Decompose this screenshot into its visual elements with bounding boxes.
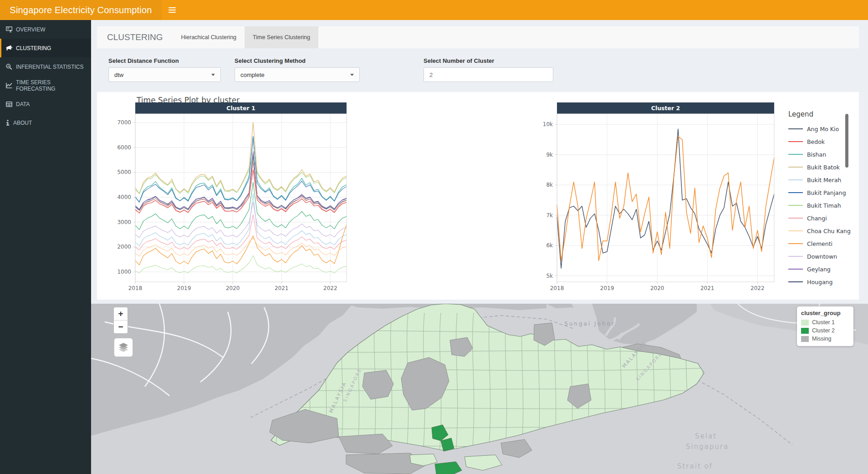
sidebar-item-label: ABOUT xyxy=(13,120,32,126)
map-legend-row: Missing xyxy=(801,335,849,343)
line-chart-icon xyxy=(6,82,12,88)
svg-text:2019: 2019 xyxy=(177,285,191,291)
map-legend-row: Cluster 1 xyxy=(801,318,849,326)
distance-function-select[interactable]: dtw xyxy=(108,67,221,82)
sidebar: OVERVIEW CLUSTERING INFERENTIAL STATISTI… xyxy=(0,20,91,474)
number-of-cluster-value: 2 xyxy=(429,71,433,78)
river-label: Sungai Johor xyxy=(564,321,615,327)
legend-item[interactable]: Clementi xyxy=(788,237,857,250)
legend-scrollbar[interactable] xyxy=(845,114,848,168)
sidebar-item-overview[interactable]: OVERVIEW xyxy=(0,20,91,39)
svg-text:2000: 2000 xyxy=(117,244,131,250)
legend-item[interactable]: Bukit Timah xyxy=(788,199,857,212)
chevron-down-icon xyxy=(350,74,354,76)
svg-text:10k: 10k xyxy=(543,121,553,127)
tab-time-series-clustering[interactable]: Time Series Clustering xyxy=(245,26,318,48)
svg-text:7000: 7000 xyxy=(117,119,131,126)
legend-item[interactable]: Geylang xyxy=(788,263,857,275)
sidebar-toggle-button[interactable] xyxy=(162,0,183,20)
sea-label-selat: Selat xyxy=(695,432,717,440)
legend-line-swatch xyxy=(788,256,803,257)
legend-item[interactable]: Downtown xyxy=(788,250,857,263)
svg-text:2019: 2019 xyxy=(600,285,614,291)
cluster1-chart[interactable]: Cluster 12018201920202021202210002000300… xyxy=(135,102,347,114)
legend-line-swatch xyxy=(788,154,803,155)
svg-text:2021: 2021 xyxy=(275,285,289,291)
legend-item[interactable]: Bukit Panjang xyxy=(788,186,857,199)
sea-label-strait-of: Strait of xyxy=(677,462,713,470)
legend-line-swatch xyxy=(788,141,803,142)
app-title: Singapore Electricity Consumption xyxy=(10,5,152,15)
app-logo[interactable]: Singapore Electricity Consumption xyxy=(0,0,162,20)
clustering-method-label: Select Clustering Method xyxy=(235,57,306,64)
cluster1-swatch xyxy=(801,320,809,326)
legend-item-label: Hougang xyxy=(807,279,832,285)
time-series-plot-card: Time Series Plot by cluster Cluster 1201… xyxy=(97,92,859,300)
svg-text:2022: 2022 xyxy=(751,285,765,291)
app-window: Singapore Electricity Consumption OVERVI… xyxy=(0,0,868,474)
chart-panel-title: Cluster 1 xyxy=(135,102,347,114)
legend-line-swatch xyxy=(788,218,803,219)
svg-text:2020: 2020 xyxy=(650,285,664,291)
info-icon xyxy=(6,120,10,126)
map-legend-title: cluster_group xyxy=(801,310,849,316)
legend-item-label: Downtown xyxy=(807,253,837,260)
map-legend-label: Missing xyxy=(812,336,831,342)
legend-item-label: Bedok xyxy=(807,138,825,145)
svg-text:2020: 2020 xyxy=(226,285,240,291)
choropleth-map[interactable]: Sungai Johor MALAYSIA SINGAPORE MALAYSIA… xyxy=(91,304,868,474)
map-legend-label: Cluster 1 xyxy=(812,319,835,326)
distance-function-value: dtw xyxy=(114,71,123,78)
svg-text:7k: 7k xyxy=(546,212,553,219)
sidebar-item-time-series-forecasting[interactable]: TIME SERIES FORECASTING xyxy=(0,76,91,95)
sidebar-item-data[interactable]: DATA xyxy=(0,95,91,113)
chevron-down-icon xyxy=(211,74,215,76)
svg-text:6k: 6k xyxy=(546,242,553,249)
table-icon xyxy=(6,102,12,107)
hamburger-icon xyxy=(168,6,176,14)
clustering-method-value: complete xyxy=(240,71,265,78)
svg-text:3000: 3000 xyxy=(117,219,131,225)
legend-item[interactable]: Bukit Merah xyxy=(788,173,857,186)
legend-line-swatch xyxy=(788,192,803,193)
legend-item-label: Choa Chu Kang xyxy=(807,228,851,234)
search-stats-icon xyxy=(6,64,12,70)
svg-text:9k: 9k xyxy=(546,152,553,158)
zoom-in-button[interactable]: + xyxy=(114,307,128,321)
svg-text:4000: 4000 xyxy=(117,194,131,200)
map-cluster-legend: cluster_group Cluster 1 Cluster 2 Missin… xyxy=(797,306,853,346)
legend-item-label: Changi xyxy=(807,215,827,222)
cluster2-chart[interactable]: Cluster 2201820192020202120225k6k7k8k9k1… xyxy=(557,102,774,114)
sidebar-item-label: OVERVIEW xyxy=(16,26,45,33)
clustering-method-select[interactable]: complete xyxy=(235,67,360,82)
svg-text:1000: 1000 xyxy=(117,269,131,275)
number-of-cluster-label: Select Number of Cluster xyxy=(424,57,494,64)
clustering-tabbox: CLUSTERING Hierachical Clustering Time S… xyxy=(97,26,859,48)
legend-item[interactable]: Choa Chu Kang xyxy=(788,224,857,237)
sidebar-item-clustering[interactable]: CLUSTERING xyxy=(0,39,91,57)
number-of-cluster-input[interactable]: 2 xyxy=(424,67,553,82)
sidebar-item-label: DATA xyxy=(16,101,30,107)
legend-item-label: Bishan xyxy=(807,151,826,158)
svg-text:2018: 2018 xyxy=(550,285,564,291)
legend-item[interactable]: Hougang xyxy=(788,275,857,288)
legend-line-swatch xyxy=(788,128,803,129)
map-zoom-control: + − xyxy=(113,307,128,334)
map-layers-button[interactable] xyxy=(114,338,133,357)
svg-text:5k: 5k xyxy=(546,273,553,279)
tab-hierarchical-clustering[interactable]: Hierachical Clustering xyxy=(173,26,245,48)
legend-item-label: Bukit Batok xyxy=(807,164,840,171)
sidebar-item-about[interactable]: ABOUT xyxy=(0,113,91,132)
sidebar-item-inferential-statistics[interactable]: INFERENTIAL STATISTICS xyxy=(0,57,91,76)
zoom-out-button[interactable]: − xyxy=(114,321,128,333)
tabbox-title: CLUSTERING xyxy=(97,26,173,48)
overview-icon xyxy=(6,26,12,32)
svg-text:2021: 2021 xyxy=(700,285,715,291)
legend-item[interactable]: Changi xyxy=(788,212,857,224)
legend-item-label: Bukit Merah xyxy=(807,177,841,183)
svg-text:6000: 6000 xyxy=(117,144,131,151)
svg-text:2022: 2022 xyxy=(323,285,337,291)
legend-item-label: Ang Mo Kio xyxy=(807,126,839,133)
main-content: CLUSTERING Hierachical Clustering Time S… xyxy=(91,20,868,474)
layers-icon xyxy=(117,342,129,353)
